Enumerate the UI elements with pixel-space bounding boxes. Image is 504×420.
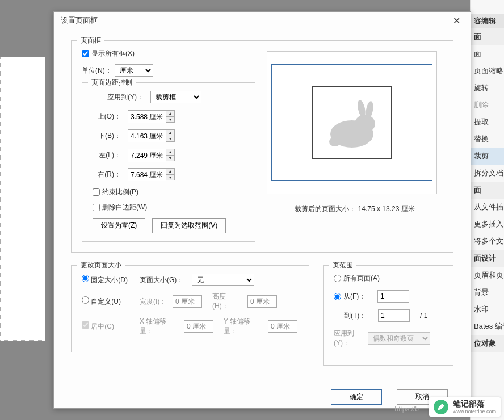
right-sidebar: 容编辑 面 面 页面缩略 旋转 删除 提取 替换 裁剪 拆分文档 面 从文件插 … — [470, 0, 504, 420]
dialog-title: 设置页面框 — [61, 15, 98, 26]
margin-control-group: 页面边距控制 应用到(Y)： 裁剪框 上(O)： ▲▼ — [82, 82, 255, 242]
from-label: 从(F)： — [343, 292, 369, 301]
height-label: 高度(H)： — [212, 292, 242, 311]
dialog-titlebar: 设置页面框 ✕ — [54, 12, 471, 29]
change-page-size-group: 更改页面大小 固定大小(D) 页面大小(G)： 无 自定义(U) — [71, 265, 309, 352]
fixed-size-label: 固定大小(D) — [91, 276, 128, 284]
total-pages: / 1 — [420, 312, 427, 320]
top-spin-down[interactable]: ▼ — [166, 117, 174, 123]
sidebar-item-background[interactable]: 背景 — [471, 284, 504, 301]
constrain-label: 约束比例(P) — [102, 187, 138, 197]
sidebar-item-watermark[interactable]: 水印 — [471, 301, 504, 318]
sidebar-item-rotate[interactable]: 旋转 — [471, 79, 504, 96]
left-input[interactable] — [128, 149, 166, 162]
top-input[interactable] — [128, 111, 166, 123]
left-label: 左(L)： — [93, 150, 121, 160]
sidebar-item-split[interactable]: 拆分文档 — [471, 165, 504, 182]
custom-size-label: 自定义(U) — [91, 297, 121, 305]
sidebar-subheader4: 位对象 — [471, 335, 504, 352]
sidebar-item-replace[interactable]: 替换 — [471, 131, 504, 148]
sidebar-item-insert-file[interactable]: 从文件插 — [471, 199, 504, 216]
watermark-badge: 笔记部落 www.notetribe.com — [429, 397, 501, 417]
remove-white-label: 删除白边距(W) — [102, 203, 147, 212]
from-input[interactable] — [377, 290, 409, 303]
sidebar-item-page[interactable]: 面 — [471, 45, 504, 62]
page-range-legend: 页范围 — [329, 261, 356, 270]
sidebar-item-crop[interactable]: 裁剪 — [471, 148, 504, 165]
right-spin-up[interactable]: ▲ — [166, 169, 174, 175]
custom-size-radio[interactable] — [82, 296, 89, 304]
height-input — [247, 295, 277, 308]
constrain-checkbox[interactable] — [93, 188, 100, 196]
page-size-label: 页面大小(G)： — [140, 275, 186, 285]
left-spin-up[interactable]: ▲ — [166, 149, 174, 156]
set-page-box-dialog: 设置页面框 ✕ 页面框 显示所有框(X) 单位(N)： 厘米 — [53, 11, 471, 409]
set-zero-button[interactable]: 设置为零(Z) — [93, 218, 145, 233]
all-pages-label: 所有页面(A) — [343, 274, 380, 283]
width-input — [173, 295, 202, 308]
pencil-icon — [434, 400, 448, 414]
revert-button[interactable]: 回复为选取范围(V) — [152, 218, 226, 233]
show-all-boxes-checkbox[interactable] — [82, 50, 89, 57]
xoffset-input — [184, 320, 213, 333]
sidebar-subheader3: 面设计 — [471, 250, 504, 267]
apply-to-select[interactable]: 裁剪框 — [150, 91, 201, 103]
page-range-group: 页范围 所有页面(A) 从(F)： 到(T)： / 1 应用到(Y)： — [323, 265, 453, 366]
bottom-spin-down[interactable]: ▼ — [166, 136, 174, 142]
sidebar-item-delete[interactable]: 删除 — [471, 96, 504, 114]
width-label: 宽度(I)： — [140, 297, 167, 306]
yoffset-input — [268, 320, 297, 333]
yoffset-label: Y 轴偏移量： — [224, 317, 262, 336]
fixed-size-radio[interactable] — [82, 275, 89, 282]
preview-crop-outline — [271, 64, 432, 181]
to-label: 到(T)： — [344, 311, 370, 321]
show-all-boxes-label: 显示所有框(X) — [91, 49, 135, 58]
sidebar-item-bates[interactable]: Bates 编号 — [471, 318, 504, 335]
svg-point-1 — [355, 115, 375, 133]
range-apply-to-label: 应用到(Y)： — [334, 329, 368, 348]
to-input[interactable] — [378, 309, 410, 322]
page-box-group: 页面框 显示所有框(X) 单位(N)： 厘米 页面边距控制 — [71, 40, 453, 253]
sidebar-item-headerfooter[interactable]: 页眉和页 — [471, 267, 504, 284]
bottom-spin-up[interactable]: ▲ — [166, 130, 174, 136]
bottom-label: 下(B)： — [93, 131, 121, 141]
right-input[interactable] — [128, 169, 166, 181]
preview-caption: 裁剪后的页面大小： 14.75 x 13.23 厘米 — [267, 204, 443, 214]
top-label: 上(O)： — [93, 112, 121, 121]
preview-box — [267, 51, 437, 194]
change-size-legend: 更改页面大小 — [77, 261, 125, 270]
margin-legend: 页面边距控制 — [88, 78, 136, 87]
watermark-sub: www.notetribe.com — [453, 409, 496, 414]
unit-label: 单位(N)： — [82, 66, 115, 75]
remove-white-checkbox[interactable] — [93, 204, 100, 211]
svg-point-4 — [329, 137, 341, 146]
sidebar-item-more-insert[interactable]: 更多插入 — [471, 216, 504, 233]
bunny-image — [321, 94, 383, 151]
bottom-input[interactable] — [128, 130, 166, 142]
page-size-select[interactable]: 无 — [192, 274, 254, 286]
sidebar-item-thumbs[interactable]: 页面缩略 — [471, 62, 504, 79]
top-spin-up[interactable]: ▲ — [166, 111, 174, 117]
apply-to-label: 应用到(Y)： — [107, 93, 144, 102]
unit-select[interactable]: 厘米 — [115, 64, 153, 77]
watermark-name: 笔记部落 — [453, 400, 496, 408]
sidebar-subheader2: 面 — [471, 182, 504, 199]
sidebar-item-extract[interactable]: 提取 — [471, 114, 504, 131]
sidebar-subheader: 面 — [471, 28, 504, 45]
page-box-legend: 页面框 — [77, 36, 104, 45]
xoffset-label: X 轴偏移量： — [140, 317, 178, 336]
close-button[interactable]: ✕ — [448, 14, 465, 27]
sidebar-header: 容编辑 — [471, 14, 504, 28]
watermark-url: https://b — [394, 405, 419, 413]
range-apply-to-select: 偶数和奇数页 — [368, 332, 430, 345]
right-label: 右(R)： — [93, 170, 121, 179]
left-spin-down[interactable]: ▼ — [166, 156, 174, 161]
preview-page — [312, 86, 392, 159]
ok-button[interactable]: 确定 — [331, 389, 382, 405]
all-pages-radio[interactable] — [334, 275, 341, 282]
center-checkbox — [82, 321, 89, 329]
from-radio[interactable] — [334, 293, 341, 300]
sidebar-item-multi[interactable]: 将多个文 — [471, 233, 504, 250]
center-label: 居中(C) — [91, 322, 114, 330]
right-spin-down[interactable]: ▼ — [166, 175, 174, 180]
